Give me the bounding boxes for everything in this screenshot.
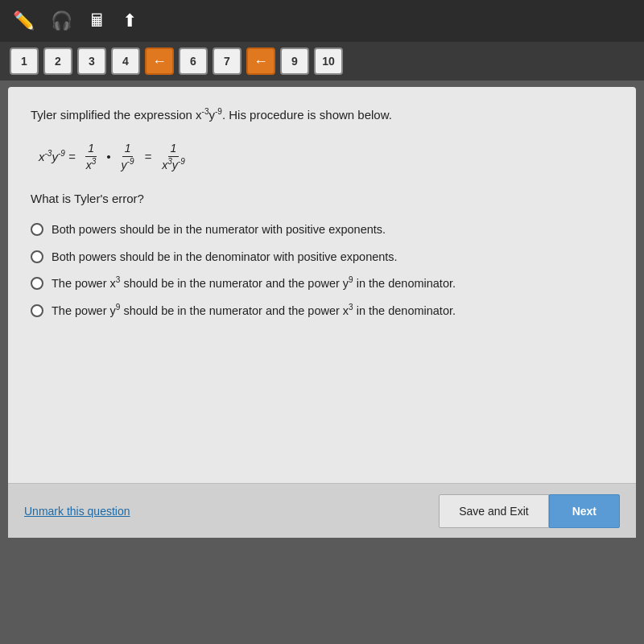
bottom-buttons: Save and Exit Next [439,494,620,528]
math-expression: x-3y-9 = 1 x3 • 1 y-9 = 1 x3y-9 [39,141,613,172]
option-a[interactable]: Both powers should be in the numerator w… [31,221,613,239]
error-question: What is Tyler's error? [31,192,613,205]
pencil-icon[interactable]: ✏️ [13,10,35,31]
nav-btn-2[interactable]: 2 [43,47,72,75]
nav-btn-1[interactable]: 1 [10,47,39,75]
option-c-text: The power x3 should be in the numerator … [52,275,456,293]
nav-btn-back-1[interactable]: ← [145,47,174,75]
option-d[interactable]: The power y9 should be in the numerator … [31,303,613,320]
headphones-icon[interactable]: 🎧 [51,10,72,31]
question-intro: Tyler simplified the expression x-3y-9. … [31,106,613,125]
question-nav: 1 2 3 4 ← 6 7 ← 9 10 [0,42,644,80]
save-exit-button[interactable]: Save and Exit [439,494,548,528]
radio-d[interactable] [31,304,43,317]
toolbar: ✏️ 🎧 🖩 ⬆ [0,0,644,42]
bottom-bar: Unmark this question Save and Exit Next [8,483,636,538]
option-b[interactable]: Both powers should be in the denominator… [31,249,613,266]
radio-c[interactable] [31,277,43,290]
nav-btn-10[interactable]: 10 [314,47,343,75]
nav-btn-4[interactable]: 4 [111,47,140,75]
option-c[interactable]: The power x3 should be in the numerator … [31,275,613,293]
radio-b[interactable] [31,250,43,263]
option-a-text: Both powers should be in the numerator w… [52,221,386,239]
next-button[interactable]: Next [549,494,620,528]
nav-btn-3[interactable]: 3 [77,47,106,75]
radio-a[interactable] [31,223,43,236]
content-area: Tyler simplified the expression x-3y-9. … [8,87,636,538]
upload-icon[interactable]: ⬆ [122,10,137,31]
options-list: Both powers should be in the numerator w… [31,221,613,320]
nav-btn-6[interactable]: 6 [179,47,208,75]
nav-btn-9[interactable]: 9 [280,47,309,75]
option-b-text: Both powers should be in the denominator… [52,249,398,266]
option-d-text: The power y9 should be in the numerator … [52,303,456,320]
unmark-link[interactable]: Unmark this question [24,505,130,518]
nav-btn-back-2[interactable]: ← [246,47,275,75]
nav-btn-7[interactable]: 7 [213,47,242,75]
calculator-icon[interactable]: 🖩 [89,10,106,31]
